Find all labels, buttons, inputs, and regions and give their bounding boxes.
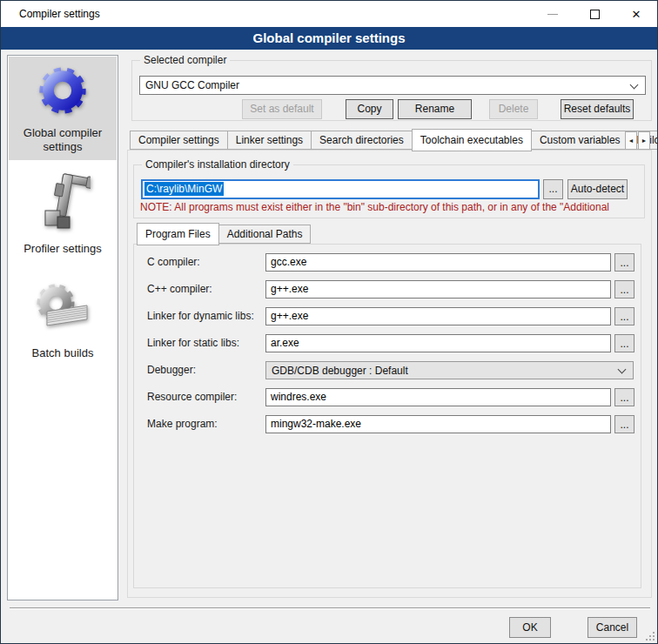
minimize-button[interactable] [532, 1, 574, 27]
tab-compiler-settings[interactable]: Compiler settings [130, 131, 228, 150]
linker-dynamic-input[interactable]: g++.exe [265, 307, 611, 325]
cpp-compiler-label: C++ compiler: [147, 280, 265, 299]
linker-static-browse-button[interactable]: ... [614, 334, 634, 352]
installation-directory-value: C:\raylib\MinGW [144, 182, 224, 196]
auto-detect-button[interactable]: Auto-detect [567, 179, 628, 199]
installation-directory-group: Compiler's installation directory C:\ray… [133, 164, 645, 218]
program-files-panel: C compiler: gcc.exe ... C++ compiler: g+… [133, 244, 641, 588]
caliper-icon [35, 172, 91, 237]
cpp-compiler-browse-button[interactable]: ... [614, 280, 634, 299]
sidebar-item-label: Batch builds [15, 346, 111, 360]
resize-grip[interactable] [646, 632, 655, 641]
installation-directory-input[interactable]: C:\raylib\MinGW [141, 179, 540, 199]
bin-subdirectory-note: NOTE: All programs must exist either in … [140, 201, 643, 213]
cancel-button[interactable]: Cancel [588, 617, 637, 638]
resource-compiler-input[interactable]: windres.exe [265, 388, 611, 406]
blue-gear-icon [36, 64, 90, 121]
rename-button[interactable]: Rename [398, 99, 472, 119]
scroll-left-icon: ◄ [628, 138, 634, 144]
close-icon: ✕ [632, 9, 641, 20]
sidebar-item-label: Global compiler settings [19, 126, 106, 154]
page-title: Global compiler settings [1, 27, 657, 50]
close-button[interactable]: ✕ [615, 1, 657, 27]
settings-tab-strip: Compiler settings Linker settings Search… [130, 131, 658, 150]
chevron-down-icon [630, 81, 639, 90]
tab-custom-variables[interactable]: Custom variables [531, 131, 629, 150]
browse-directory-button[interactable]: ... [543, 179, 563, 199]
sidebar-item-global-compiler-settings[interactable]: Global compiler settings [9, 57, 117, 160]
cpp-compiler-input[interactable]: g++.exe [265, 280, 611, 299]
linker-static-input[interactable]: ar.exe [265, 334, 611, 352]
debugger-select[interactable]: GDB/CDB debugger : Default [265, 361, 634, 379]
c-compiler-input[interactable]: gcc.exe [265, 253, 611, 272]
delete-button[interactable]: Delete [489, 99, 538, 119]
sidebar-item-batch-builds[interactable]: Batch builds [9, 270, 117, 370]
tab-scroll-left-button[interactable]: ◄ [625, 131, 637, 150]
make-program-label: Make program: [147, 415, 265, 433]
compiler-select-value: GNU GCC Compiler [145, 79, 239, 91]
installation-directory-legend: Compiler's installation directory [142, 158, 293, 171]
sidebar-item-profiler-settings[interactable]: Profiler settings [9, 167, 117, 261]
ok-button[interactable]: OK [509, 617, 551, 638]
linker-static-label: Linker for static libs: [147, 334, 265, 352]
debugger-select-value: GDB/CDB debugger : Default [272, 365, 408, 377]
selected-compiler-legend: Selected compiler [140, 54, 230, 67]
title-bar[interactable]: Compiler settings ✕ [1, 1, 657, 27]
tab-search-directories[interactable]: Search directories [311, 131, 413, 150]
maximize-icon [590, 10, 600, 19]
tab-program-files[interactable]: Program Files [137, 223, 219, 245]
resource-compiler-browse-button[interactable]: ... [614, 388, 634, 406]
c-compiler-label: C compiler: [147, 253, 265, 272]
sidebar-item-label: Profiler settings [15, 242, 111, 256]
set-as-default-button[interactable]: Set as default [242, 99, 322, 119]
compiler-select[interactable]: GNU GCC Compiler [139, 76, 646, 95]
make-program-input[interactable]: mingw32-make.exe [265, 415, 611, 433]
program-files-tab-strip: Program Files Additional Paths [137, 225, 310, 244]
window-controls: ✕ [532, 1, 657, 27]
debugger-label: Debugger: [147, 361, 265, 379]
window-title: Compiler settings [19, 1, 100, 27]
copy-button[interactable]: Copy [346, 99, 393, 119]
tab-linker-settings[interactable]: Linker settings [227, 131, 312, 150]
make-program-browse-button[interactable]: ... [614, 415, 634, 433]
reset-defaults-button[interactable]: Reset defaults [561, 99, 634, 119]
maximize-button[interactable] [574, 1, 615, 27]
scroll-right-icon: ► [641, 138, 648, 144]
gray-gear-stack-icon [33, 280, 92, 341]
tab-toolchain-executables[interactable]: Toolchain executables [412, 129, 532, 151]
chevron-down-icon [618, 366, 627, 374]
tab-scroll-right-button[interactable]: ► [638, 131, 650, 150]
linker-dynamic-label: Linker for dynamic libs: [147, 307, 265, 325]
linker-dynamic-browse-button[interactable]: ... [614, 307, 634, 325]
settings-category-list: Global compiler settings [7, 55, 118, 600]
footer-separator [10, 607, 650, 609]
minimize-icon [547, 14, 558, 15]
compiler-settings-dialog: Compiler settings ✕ Global compiler sett… [0, 0, 658, 644]
c-compiler-browse-button[interactable]: ... [614, 253, 634, 272]
resource-compiler-label: Resource compiler: [147, 388, 265, 406]
tab-additional-paths[interactable]: Additional Paths [218, 225, 312, 244]
